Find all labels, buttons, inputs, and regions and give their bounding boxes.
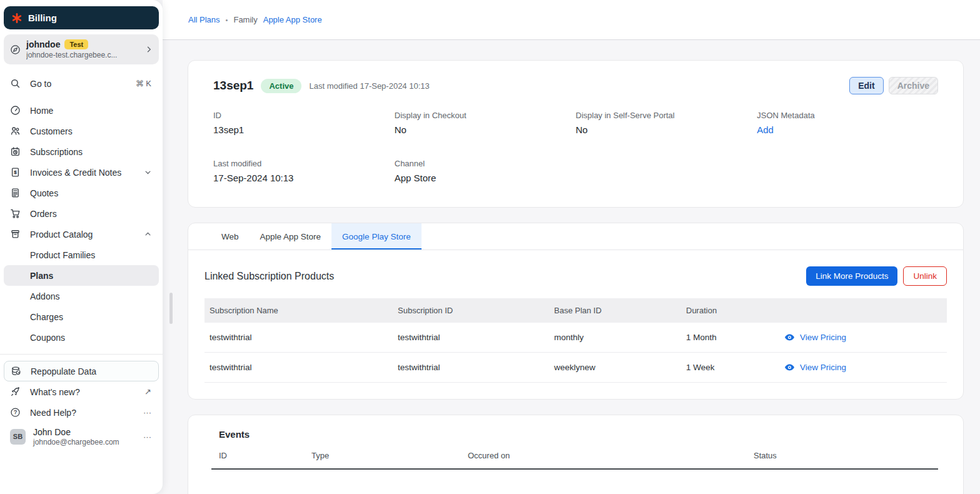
field-id: ID 13sep1 [213,111,395,135]
sidebar-item-label: Addons [30,291,59,301]
sidebar-item-addons[interactable]: Addons [4,286,159,306]
field-channel: Channel App Store [395,159,576,183]
breadcrumb: All Plans • Family Apple App Store [188,15,322,24]
goto-search[interactable]: Go to ⌘ K [4,73,159,94]
breadcrumb-separator: • [226,16,228,24]
invoice-dollar-icon: $ [10,167,21,178]
app-header[interactable]: Billing [4,6,159,29]
sidebar-item-label: Orders [30,209,151,219]
repopulate-label: Repopulate Data [31,366,151,376]
section-title-linked-products: Linked Subscription Products [205,271,334,282]
sidebar-item-label: Home [30,106,151,116]
cell-base-plan-id: monthly [549,323,681,353]
user-name: John Doe [33,427,143,437]
field-last-modified: Last modified 17-Sep-2024 10:13 [213,159,395,183]
archive-box-icon [10,229,21,239]
sidebar-item-home[interactable]: Home [4,100,159,121]
plan-fields: ID 13sep1 Display in Checkout No Display… [213,111,938,183]
status-badge: Active [261,79,301,93]
cell-subscription-id: testwithtrial [393,323,549,353]
json-metadata-add-link[interactable]: Add [757,124,938,135]
sidebar-item-plans[interactable]: Plans [4,265,159,286]
eye-icon [784,362,795,373]
column-header-actions [779,298,947,323]
sidebar-item-subscriptions[interactable]: Subscriptions [4,141,159,162]
view-pricing-link[interactable]: View Pricing [784,362,846,373]
linked-products-card: Web Apple App Store Google Play Store Li… [188,223,964,400]
user-email: johndoe@chargebee.com [33,438,143,446]
breadcrumb-family-label: Family [233,15,257,24]
sidebar-item-label: Quotes [30,188,151,198]
sidebar-item-invoices[interactable]: $ Invoices & Credit Notes [4,162,159,183]
link-more-products-button[interactable]: Link More Products [806,266,897,286]
tab-apple-app-store[interactable]: Apple App Store [250,223,332,250]
plan-summary-card: 13sep1 Active Last modified 17-Sep-2024 … [188,60,964,208]
linked-products-table: Subscription Name Subscription ID Base P… [205,298,947,383]
top-bar: All Plans • Family Apple App Store [163,0,980,40]
site-switcher[interactable]: johndoe Test johndoe-test.chargebee.c... [4,34,159,64]
sidebar-item-orders[interactable]: Orders [4,203,159,224]
sidebar-item-product-families[interactable]: Product Families [4,244,159,265]
customers-icon [10,126,21,136]
home-gauge-icon [10,105,21,116]
page-title: 13sep1 [213,79,253,93]
chargebee-logo-icon [11,13,23,24]
svg-text:$: $ [14,169,17,175]
main-area: All Plans • Family Apple App Store 13sep… [163,0,980,494]
column-header: ID [211,451,311,460]
sidebar-item-label: Product Families [30,250,95,260]
cell-subscription-id: testwithtrial [393,353,549,383]
edit-button[interactable]: Edit [849,77,883,94]
overflow-menu-icon[interactable]: ··· [143,432,151,441]
chevron-down-icon [144,169,151,176]
breadcrumb-family-link[interactable]: Apple App Store [263,15,322,24]
field-display-in-checkout: Display in Checkout No [395,111,576,135]
sidebar-item-charges[interactable]: Charges [4,306,159,327]
need-help-menu[interactable]: ? Need Help? ··· [4,402,159,423]
repopulate-data-button[interactable]: Repopulate Data [4,361,159,381]
search-icon [10,78,21,89]
overflow-menu-icon[interactable]: ··· [143,408,151,417]
sidebar-item-label: Product Catalog [30,229,144,239]
site-domain: johndoe-test.chargebee.c... [26,51,139,59]
column-header: Subscription ID [393,298,549,323]
sidebar-item-customers[interactable]: Customers [4,121,159,141]
sidebar-item-quotes[interactable]: Quotes [4,183,159,203]
goto-label: Go to [30,79,136,89]
eye-icon [784,332,795,343]
site-name: johndoe [26,39,60,49]
cell-subscription-name: testwithtrial [205,353,393,383]
cell-base-plan-id: weeklynew [549,353,681,383]
svg-text:?: ? [14,409,17,415]
events-card: Events ID Type Occured on Status [188,415,964,494]
archive-button: Archive [889,77,938,94]
sidebar-item-coupons[interactable]: Coupons [4,327,159,348]
avatar: SB [10,429,26,445]
sidebar-item-label: Subscriptions [30,147,151,157]
user-account[interactable]: SB John Doe johndoe@chargebee.com ··· [4,423,159,450]
tab-google-play-store[interactable]: Google Play Store [331,223,422,250]
column-header: Base Plan ID [549,298,681,323]
events-table-header: ID Type Occured on Status [211,451,938,470]
chevron-right-icon [145,46,153,53]
external-link-icon: ↗ [144,387,151,396]
chevron-up-icon [144,231,151,238]
cart-icon [10,208,21,219]
unlink-button[interactable]: Unlink [903,266,947,286]
calculator-icon [10,188,21,198]
database-refresh-icon [11,366,21,376]
tab-web[interactable]: Web [211,223,250,250]
sidebar-scrollbar-thumb[interactable] [169,293,173,324]
section-title-events: Events [219,429,938,440]
sidebar-item-product-catalog[interactable]: Product Catalog [4,224,159,244]
view-pricing-link[interactable]: View Pricing [784,332,846,343]
app-title: Billing [28,13,57,23]
sidebar-item-label: Coupons [30,333,65,343]
rocket-icon [10,386,21,397]
column-header: Status [754,451,938,460]
help-circle-icon: ? [10,407,21,418]
cell-subscription-name: testwithtrial [205,323,393,353]
whats-new-link[interactable]: What's new? ↗ [4,381,159,402]
breadcrumb-all-plans[interactable]: All Plans [188,15,220,24]
sidebar-item-label: Invoices & Credit Notes [30,168,144,178]
